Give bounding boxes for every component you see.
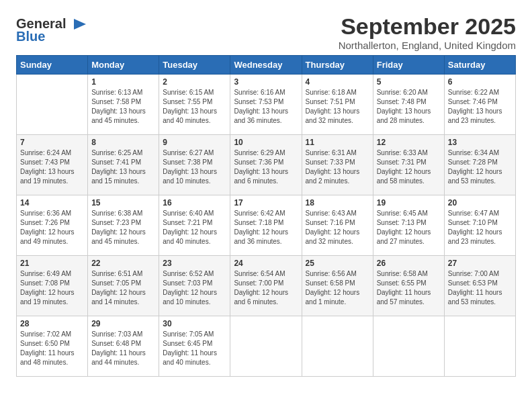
svg-marker-0	[74, 19, 86, 30]
day-number: 5	[377, 77, 441, 87]
daylight: Daylight: 12 hours and 1 minute.	[306, 289, 360, 306]
daylight: Daylight: 12 hours and 32 minutes.	[306, 228, 360, 245]
calendar-cell: 6 Sunrise: 6:22 AM Sunset: 7:46 PM Dayli…	[444, 75, 515, 135]
day-number: 6	[448, 77, 512, 87]
day-number: 9	[163, 138, 226, 147]
sunrise: Sunrise: 6:16 AM	[234, 89, 285, 96]
daylight: Daylight: 12 hours and 27 minutes.	[377, 228, 431, 245]
cell-info: Sunrise: 6:56 AM Sunset: 6:58 PM Dayligh…	[306, 269, 369, 307]
sunrise: Sunrise: 6:13 AM	[91, 89, 142, 96]
day-number: 30	[163, 319, 226, 328]
calendar-cell: 16 Sunrise: 6:40 AM Sunset: 7:21 PM Dayl…	[159, 195, 230, 256]
daylight: Daylight: 12 hours and 23 minutes.	[448, 228, 502, 245]
calendar-cell	[17, 75, 88, 135]
calendar-cell: 11 Sunrise: 6:31 AM Sunset: 7:33 PM Dayl…	[302, 135, 373, 195]
calendar-week-3: 14 Sunrise: 6:36 AM Sunset: 7:26 PM Dayl…	[17, 195, 516, 256]
day-number: 4	[306, 77, 369, 87]
daylight: Daylight: 13 hours and 28 minutes.	[377, 107, 431, 124]
daylight: Daylight: 11 hours and 53 minutes.	[448, 289, 502, 306]
cell-info: Sunrise: 6:54 AM Sunset: 7:00 PM Dayligh…	[234, 269, 298, 307]
calendar-cell: 28 Sunrise: 7:02 AM Sunset: 6:50 PM Dayl…	[17, 316, 88, 377]
daylight: Daylight: 13 hours and 10 minutes.	[163, 168, 217, 185]
daylight: Daylight: 13 hours and 23 minutes.	[448, 107, 502, 124]
calendar-cell: 13 Sunrise: 6:34 AM Sunset: 7:28 PM Dayl…	[444, 135, 515, 195]
daylight: Daylight: 11 hours and 48 minutes.	[20, 349, 75, 366]
sunset: Sunset: 7:00 PM	[234, 279, 283, 287]
sunrise: Sunrise: 7:03 AM	[91, 330, 142, 338]
daylight: Daylight: 13 hours and 2 minutes.	[306, 168, 360, 185]
cell-info: Sunrise: 6:42 AM Sunset: 7:18 PM Dayligh…	[234, 209, 298, 246]
day-number: 14	[20, 198, 84, 208]
calendar-header-tuesday: Tuesday	[159, 56, 230, 75]
sunset: Sunset: 6:55 PM	[377, 279, 427, 287]
cell-info: Sunrise: 6:15 AM Sunset: 7:55 PM Dayligh…	[163, 88, 226, 126]
calendar-cell: 27 Sunrise: 7:00 AM Sunset: 6:53 PM Dayl…	[444, 256, 515, 316]
calendar-cell: 12 Sunrise: 6:33 AM Sunset: 7:31 PM Dayl…	[373, 135, 444, 195]
daylight: Daylight: 11 hours and 40 minutes.	[163, 349, 217, 366]
cell-info: Sunrise: 6:36 AM Sunset: 7:26 PM Dayligh…	[20, 209, 84, 246]
sunset: Sunset: 6:45 PM	[163, 340, 212, 347]
sunset: Sunset: 6:53 PM	[448, 279, 498, 287]
cell-info: Sunrise: 6:45 AM Sunset: 7:13 PM Dayligh…	[377, 209, 441, 246]
sunset: Sunset: 6:58 PM	[306, 279, 355, 287]
day-number: 18	[306, 198, 369, 208]
day-number: 13	[448, 138, 512, 147]
daylight: Daylight: 13 hours and 45 minutes.	[91, 107, 146, 124]
daylight: Daylight: 12 hours and 14 minutes.	[91, 289, 146, 306]
sunset: Sunset: 7:16 PM	[306, 219, 355, 226]
sunrise: Sunrise: 7:05 AM	[163, 330, 214, 338]
day-number: 27	[448, 259, 512, 268]
day-number: 12	[377, 138, 441, 147]
calendar-cell: 15 Sunrise: 6:38 AM Sunset: 7:23 PM Dayl…	[88, 195, 159, 256]
daylight: Daylight: 12 hours and 45 minutes.	[91, 228, 146, 245]
day-number: 25	[306, 259, 369, 268]
calendar-cell: 7 Sunrise: 6:24 AM Sunset: 7:43 PM Dayli…	[17, 135, 88, 195]
calendar-table: SundayMondayTuesdayWednesdayThursdayFrid…	[16, 55, 516, 377]
sunset: Sunset: 7:05 PM	[91, 279, 141, 287]
cell-info: Sunrise: 6:25 AM Sunset: 7:41 PM Dayligh…	[91, 148, 155, 186]
sunset: Sunset: 7:23 PM	[91, 219, 141, 226]
calendar-cell: 19 Sunrise: 6:45 AM Sunset: 7:13 PM Dayl…	[373, 195, 444, 256]
sunrise: Sunrise: 6:20 AM	[377, 89, 428, 96]
cell-info: Sunrise: 6:51 AM Sunset: 7:05 PM Dayligh…	[91, 269, 155, 307]
sunrise: Sunrise: 6:51 AM	[91, 270, 142, 277]
sunset: Sunset: 7:51 PM	[306, 98, 355, 105]
sunset: Sunset: 7:41 PM	[91, 158, 141, 166]
day-number: 3	[234, 77, 298, 87]
cell-info: Sunrise: 7:02 AM Sunset: 6:50 PM Dayligh…	[20, 330, 84, 367]
sunrise: Sunrise: 6:18 AM	[306, 89, 357, 96]
cell-info: Sunrise: 6:33 AM Sunset: 7:31 PM Dayligh…	[377, 148, 441, 186]
sunrise: Sunrise: 6:22 AM	[448, 89, 499, 96]
logo-blue: Blue	[16, 29, 45, 44]
sunrise: Sunrise: 6:29 AM	[234, 149, 285, 156]
logo-icon	[67, 17, 87, 31]
sunrise: Sunrise: 6:38 AM	[91, 210, 142, 217]
daylight: Daylight: 12 hours and 53 minutes.	[448, 168, 502, 185]
month-title: September 2025	[339, 13, 516, 40]
calendar-body: 1 Sunrise: 6:13 AM Sunset: 7:58 PM Dayli…	[17, 75, 516, 377]
daylight: Daylight: 11 hours and 44 minutes.	[91, 349, 146, 366]
calendar-cell: 22 Sunrise: 6:51 AM Sunset: 7:05 PM Dayl…	[88, 256, 159, 316]
cell-info: Sunrise: 6:40 AM Sunset: 7:21 PM Dayligh…	[163, 209, 226, 246]
sunrise: Sunrise: 6:33 AM	[377, 149, 428, 156]
daylight: Daylight: 13 hours and 19 minutes.	[20, 168, 75, 185]
calendar-cell: 20 Sunrise: 6:47 AM Sunset: 7:10 PM Dayl…	[444, 195, 515, 256]
day-number: 7	[20, 138, 84, 147]
sunrise: Sunrise: 6:45 AM	[377, 210, 428, 217]
day-number: 24	[234, 259, 298, 268]
calendar-header-friday: Friday	[373, 56, 444, 75]
sunrise: Sunrise: 7:02 AM	[20, 330, 71, 338]
sunset: Sunset: 7:18 PM	[234, 219, 283, 226]
sunrise: Sunrise: 6:36 AM	[20, 210, 71, 217]
day-number: 22	[91, 259, 155, 268]
sunset: Sunset: 7:28 PM	[448, 158, 498, 166]
sunset: Sunset: 7:53 PM	[234, 98, 283, 105]
daylight: Daylight: 13 hours and 15 minutes.	[91, 168, 146, 185]
daylight: Daylight: 13 hours and 6 minutes.	[234, 168, 288, 185]
daylight: Daylight: 11 hours and 57 minutes.	[377, 289, 431, 306]
sunset: Sunset: 7:21 PM	[163, 219, 212, 226]
cell-info: Sunrise: 6:43 AM Sunset: 7:16 PM Dayligh…	[306, 209, 369, 246]
sunrise: Sunrise: 6:25 AM	[91, 149, 142, 156]
sunset: Sunset: 7:55 PM	[163, 98, 212, 105]
daylight: Daylight: 12 hours and 10 minutes.	[163, 289, 217, 306]
